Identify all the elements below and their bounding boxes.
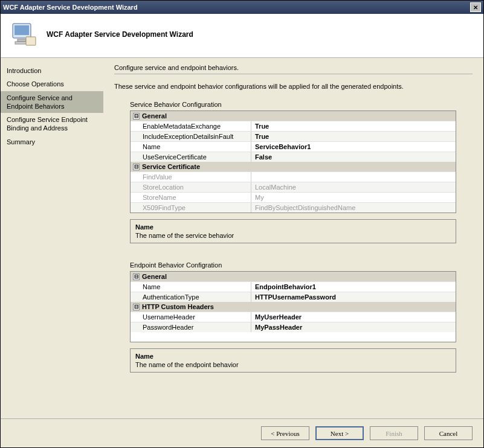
- collapse-icon[interactable]: ⊟: [133, 164, 140, 170]
- prop-name[interactable]: UsernameHeader: [131, 312, 251, 322]
- cancel-button[interactable]: Cancel: [424, 426, 473, 440]
- divider: [114, 74, 473, 74]
- titlebar-text: WCF Adapter Service Development Wizard: [3, 4, 470, 11]
- desc-text: The name of the endpoint behavior: [135, 361, 451, 368]
- desc-title: Name: [135, 223, 451, 231]
- prop-name: StoreName: [131, 193, 251, 202]
- sidebar-item-configure-behaviors[interactable]: Configure Service and Endpoint Behaviors: [1, 91, 103, 114]
- header-title: WCF Adapter Service Development Wizard: [47, 30, 193, 39]
- collapse-icon[interactable]: ⊟: [133, 274, 140, 280]
- prop-name[interactable]: AuthenticationType: [131, 292, 251, 302]
- grid-section-general[interactable]: ⊟ General: [131, 111, 456, 121]
- section-description: Configure service and endpoint behaviors…: [114, 64, 473, 71]
- sidebar: Introduction Choose Operations Configure…: [1, 58, 103, 418]
- close-icon: ✕: [473, 4, 478, 11]
- svg-rect-2: [18, 39, 26, 42]
- prop-value: My: [251, 193, 456, 202]
- wizard-computer-icon: [9, 20, 38, 49]
- main-panel: Configure service and endpoint behaviors…: [103, 58, 483, 418]
- prop-value[interactable]: MyUserHeader: [251, 312, 456, 322]
- endpoint-description-box: Name The name of the endpoint behavior: [130, 348, 456, 373]
- prop-name: X509FindType: [131, 203, 251, 213]
- endpoint-behavior-label: Endpoint Behavior Configration: [130, 261, 473, 269]
- prop-name[interactable]: EnableMetadataExchange: [131, 121, 251, 131]
- grid-section-general[interactable]: ⊟ General: [131, 272, 456, 281]
- header: WCF Adapter Service Development Wizard: [1, 14, 483, 58]
- prop-value[interactable]: ServiceBehavior1: [251, 142, 456, 152]
- grid-section-service-certificate[interactable]: ⊟ Service Certificate: [131, 162, 456, 171]
- footer: < Previous Next > Finish Cancel: [1, 418, 483, 447]
- prop-value[interactable]: EndpointBehavior1: [251, 282, 456, 292]
- prop-value: LocalMachine: [251, 182, 456, 192]
- prop-value[interactable]: False: [251, 152, 456, 162]
- service-behavior-label: Service Behavior Configuration: [130, 101, 473, 108]
- prop-name[interactable]: Name: [131, 282, 251, 292]
- content-area: Introduction Choose Operations Configure…: [1, 58, 483, 418]
- prop-value[interactable]: HTTPUsernamePassword: [251, 292, 456, 302]
- prop-name: FindValue: [131, 172, 251, 182]
- collapse-icon[interactable]: ⊟: [133, 304, 140, 310]
- svg-rect-1: [15, 25, 29, 35]
- intro-text: These service and endpoint behavior conf…: [114, 83, 473, 90]
- prop-name[interactable]: Name: [131, 142, 251, 152]
- close-button[interactable]: ✕: [470, 2, 481, 12]
- next-button[interactable]: Next >: [315, 426, 364, 440]
- prop-value: FindBySubjectDistinguishedName: [251, 203, 456, 213]
- sidebar-item-summary[interactable]: Summary: [1, 135, 103, 149]
- titlebar: WCF Adapter Service Development Wizard ✕: [1, 1, 483, 14]
- desc-text: The name of the service behavior: [135, 232, 451, 239]
- grid-section-http-headers[interactable]: ⊟ HTTP Custom Headers: [131, 302, 456, 312]
- prop-name: StoreLocation: [131, 182, 251, 192]
- prop-value[interactable]: MyPassHeader: [251, 322, 456, 332]
- collapse-icon[interactable]: ⊟: [133, 113, 140, 120]
- desc-title: Name: [135, 353, 451, 360]
- prop-value[interactable]: True: [251, 132, 456, 141]
- service-behavior-grid[interactable]: ⊟ General EnableMetadataExchangeTrue Inc…: [130, 110, 456, 213]
- prop-name[interactable]: PasswordHeader: [131, 322, 251, 332]
- service-description-box: Name The name of the service behavior: [130, 219, 456, 243]
- grid-spacer: [131, 332, 456, 342]
- prop-name[interactable]: UseServiceCertificate: [131, 152, 251, 162]
- previous-button[interactable]: < Previous: [261, 426, 309, 440]
- prop-value[interactable]: True: [251, 121, 456, 131]
- prop-value: [251, 172, 456, 182]
- sidebar-item-introduction[interactable]: Introduction: [1, 64, 103, 77]
- prop-name[interactable]: IncludeExceptionDetailsinFault: [131, 132, 251, 141]
- endpoint-behavior-grid[interactable]: ⊟ General NameEndpointBehavior1 Authenti…: [130, 271, 456, 342]
- sidebar-item-configure-binding[interactable]: Configure Service Endpoint Binding and A…: [1, 113, 103, 135]
- sidebar-item-choose-operations[interactable]: Choose Operations: [1, 77, 103, 91]
- wizard-window: WCF Adapter Service Development Wizard ✕…: [0, 0, 484, 448]
- svg-rect-4: [26, 37, 36, 45]
- finish-button: Finish: [370, 426, 418, 440]
